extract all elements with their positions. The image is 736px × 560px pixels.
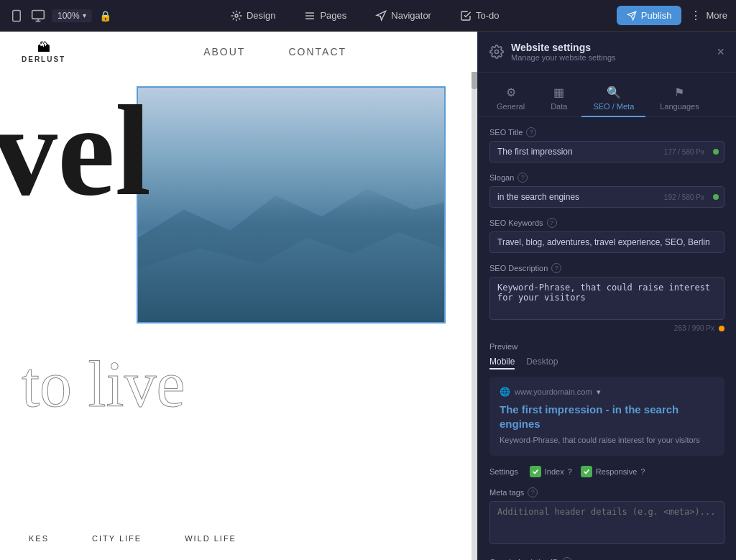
design-button[interactable]: Design [225,7,281,24]
description-label: SEO Description ? [489,263,724,273]
todo-button[interactable]: To-do [454,7,505,24]
keywords-group: SEO Keywords ? [489,218,724,253]
preview-tab-mobile[interactable]: Mobile [489,357,515,369]
more-button[interactable]: ⋮ More [690,9,727,22]
preview-hero: vel to live [0,72,477,446]
nav-link-contact[interactable]: CONTACT [288,46,346,58]
toolbar-left: 100% ▾ 🔒 [9,8,114,24]
tab-general[interactable]: ⚙ General [485,80,536,116]
seo-preview-section: Preview Mobile Desktop 🌐 www.yourdomain.… [489,342,724,456]
meta-tags-textarea[interactable] [489,501,724,544]
preview-bottom-categories: KES CITY LIFE WILD LIFE [0,517,477,560]
description-help-icon[interactable]: ? [551,263,561,273]
preview-scrollbar[interactable] [472,32,477,560]
slogan-label: Slogan ? [489,173,724,183]
description-textarea[interactable]: Keyword-Phrase, that could raise interes… [489,277,724,320]
responsive-checkbox[interactable] [581,466,592,477]
responsive-checkbox-item: Responsive ? [581,466,645,477]
category-kes: KES [29,534,49,543]
toolbar: 100% ▾ 🔒 Design Pages Navigator To-do Pu… [0,0,736,32]
index-checkbox[interactable] [530,466,541,477]
category-wild-life: WILD LIFE [185,534,236,543]
keywords-label: SEO Keywords ? [489,218,724,228]
svg-point-10 [495,50,499,54]
settings-gear-icon [489,45,504,59]
description-footer: 263 / 990 Px [489,324,724,332]
description-group: SEO Description ? Keyword-Phrase, that c… [489,263,724,332]
publish-label: Publish [641,10,672,21]
zoom-chevron-icon: ▾ [83,12,86,19]
meta-tags-label: Meta tags ? [489,487,724,497]
preview-url: www.yourdomain.com [515,387,592,396]
preview-section-label: Preview [489,342,724,351]
website-canvas: 🏔 DERLUST ABOUT CONTACT vel to live [0,32,477,560]
meta-tags-group: Meta tags ? [489,487,724,547]
preview-tabs: Mobile Desktop [489,357,724,369]
svg-point-5 [235,14,238,17]
general-tab-icon: ⚙ [506,86,516,99]
main-area: 🏔 DERLUST ABOUT CONTACT vel to live [0,32,736,560]
responsive-help-icon[interactable]: ? [640,467,645,476]
index-help-icon[interactable]: ? [568,467,572,476]
seo-title-status-dot [713,149,719,155]
pages-button[interactable]: Pages [298,7,352,24]
responsive-label: Responsive [596,467,637,476]
meta-tags-help-icon[interactable]: ? [528,487,538,497]
tab-data[interactable]: ▦ Data [539,80,579,116]
panel-close-button[interactable]: × [717,45,724,58]
tab-languages[interactable]: ⚑ Languages [648,80,710,116]
preview-page-title: The first impression - in the search eng… [500,403,714,431]
mobile-device-icon[interactable] [9,8,24,24]
google-analytics-help-icon[interactable]: ? [562,557,572,560]
desktop-device-icon[interactable] [30,8,46,24]
category-city-life: CITY LIFE [92,534,142,543]
navigator-label: Navigator [391,10,431,21]
panel-title-group: Website settings Manage your website set… [511,42,616,62]
preview-url-bar: 🌐 www.yourdomain.com ▾ [500,387,714,397]
panel-subtitle: Manage your website settings [511,53,616,62]
toolbar-right: Publish ⋮ More [617,6,727,25]
url-dropdown-icon[interactable]: ▾ [597,387,601,397]
hero-text-tolive: to live [22,352,185,417]
tab-seo[interactable]: 🔍 SEO / Meta [581,80,645,116]
design-label: Design [247,10,275,21]
hero-image [137,86,446,323]
todo-label: To-do [476,10,500,21]
keywords-input[interactable] [489,231,724,253]
slogan-input-row: 192 / 580 Px [489,186,724,208]
seo-title-group: SEO Title ? 177 / 580 Px [489,127,724,162]
more-label: More [706,10,727,21]
lock-icon: 🔒 [98,8,114,24]
navigator-button[interactable]: Navigator [369,7,437,24]
svg-rect-2 [32,10,45,19]
nav-link-about[interactable]: ABOUT [203,46,245,58]
google-analytics-label: Google Analytics ID ? [489,557,724,560]
keywords-help-icon[interactable]: ? [547,218,557,228]
mountain-background [138,88,444,322]
description-input-container: Keyword-Phrase, that could raise interes… [489,277,724,332]
panel-header: Website settings Manage your website set… [478,32,736,73]
panel-body: SEO Title ? 177 / 580 Px Slogan ? 192 / … [478,117,736,560]
index-checkbox-item: Index ? [530,466,572,477]
panel-title: Website settings [511,42,616,53]
index-label: Index [545,467,564,476]
seo-tab-label: SEO / Meta [593,102,634,111]
zoom-control[interactable]: 100% ▾ [52,9,92,22]
pages-label: Pages [320,10,346,21]
google-analytics-group: Google Analytics ID ? [489,557,724,560]
preview-nav: 🏔 DERLUST ABOUT CONTACT [0,32,477,72]
logo-text: DERLUST [22,55,65,63]
publish-button[interactable]: Publish [617,6,682,25]
preview-logo: 🏔 DERLUST [22,40,65,63]
settings-row-label: Settings [489,467,518,476]
seo-title-help-icon[interactable]: ? [526,127,536,137]
preview-page-desc: Keyword-Phrase, that could raise interes… [500,435,714,446]
data-tab-icon: ▦ [553,86,564,99]
svg-rect-0 [13,10,21,21]
preview-tab-desktop[interactable]: Desktop [526,357,558,369]
hero-text-vel: vel [0,86,151,216]
seo-title-input-row: 177 / 580 Px [489,141,724,162]
slogan-help-icon[interactable]: ? [518,173,528,183]
general-tab-label: General [497,102,525,111]
seo-tab-icon: 🔍 [607,86,621,99]
